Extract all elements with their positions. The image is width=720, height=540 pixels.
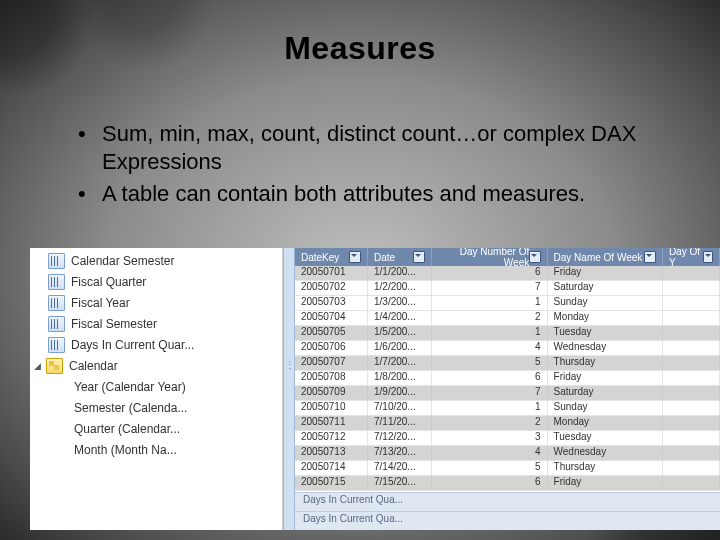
table-cell: [663, 416, 720, 430]
table-cell: 20050709: [295, 386, 368, 400]
grid-body: 200507011/1/200...6Friday200507021/2/200…: [295, 266, 720, 492]
column-icon: [48, 295, 65, 311]
table-cell: Monday: [548, 416, 663, 430]
table-row[interactable]: 200507137/13/20...4Wednesday: [295, 446, 720, 461]
table-row[interactable]: 200507011/1/200...6Friday: [295, 266, 720, 281]
field-item[interactable]: Fiscal Semester: [30, 313, 282, 334]
table-row[interactable]: 200507147/14/20...5Thursday: [295, 461, 720, 476]
bullet-item: A table can contain both attributes and …: [78, 180, 710, 208]
table-cell: Wednesday: [548, 446, 663, 460]
table-cell: Saturday: [548, 281, 663, 295]
table-cell: 4: [432, 341, 547, 355]
column-header[interactable]: DateKey: [295, 248, 368, 266]
hierarchy-level[interactable]: Year (Calendar Year): [30, 376, 282, 397]
table-cell: 1: [432, 296, 547, 310]
table-cell: 1/3/200...: [368, 296, 432, 310]
table-cell: 20050702: [295, 281, 368, 295]
table-cell: 6: [432, 371, 547, 385]
table-row[interactable]: 200507051/5/200...1Tuesday: [295, 326, 720, 341]
table-cell: 1: [432, 401, 547, 415]
table-cell: 1/8/200...: [368, 371, 432, 385]
table-cell: [663, 356, 720, 370]
table-row[interactable]: 200507031/3/200...1Sunday: [295, 296, 720, 311]
table-cell: 20050712: [295, 431, 368, 445]
filter-dropdown-icon[interactable]: [413, 251, 425, 263]
field-list: Calendar SemesterFiscal QuarterFiscal Ye…: [30, 248, 283, 530]
table-cell: 7/14/20...: [368, 461, 432, 475]
table-cell: [663, 446, 720, 460]
field-label: Fiscal Quarter: [71, 275, 146, 289]
column-header[interactable]: Day Name Of Week: [548, 248, 663, 266]
bullet-item: Sum, min, max, count, distinct count…or …: [78, 120, 710, 176]
expand-icon[interactable]: ◢: [34, 361, 44, 371]
field-label: Calendar: [69, 359, 118, 373]
table-cell: 7/15/20...: [368, 476, 432, 490]
table-cell: Tuesday: [548, 326, 663, 340]
screenshot-panel: Calendar SemesterFiscal QuarterFiscal Ye…: [30, 248, 720, 530]
hierarchy-level[interactable]: Semester (Calenda...: [30, 397, 282, 418]
table-cell: Friday: [548, 476, 663, 490]
table-cell: [663, 341, 720, 355]
splitter[interactable]: [283, 248, 295, 530]
hierarchy-icon: [46, 358, 63, 374]
filter-dropdown-icon[interactable]: [703, 251, 713, 263]
table-cell: 20050706: [295, 341, 368, 355]
table-cell: 20050713: [295, 446, 368, 460]
field-item[interactable]: Fiscal Year: [30, 292, 282, 313]
column-header[interactable]: Day Of Y: [663, 248, 720, 266]
table-cell: [663, 266, 720, 280]
hierarchy-level[interactable]: Quarter (Calendar...: [30, 418, 282, 439]
filter-dropdown-icon[interactable]: [529, 251, 540, 263]
table-cell: [663, 386, 720, 400]
table-row[interactable]: 200507157/15/20...6Friday: [295, 476, 720, 491]
table-cell: 1/5/200...: [368, 326, 432, 340]
table-row[interactable]: 200507127/12/20...3Tuesday: [295, 431, 720, 446]
table-cell: 20050714: [295, 461, 368, 475]
calc-area-row[interactable]: Days In Current Qua...: [295, 511, 720, 530]
bullet-list: Sum, min, max, count, distinct count…or …: [78, 120, 710, 212]
column-header[interactable]: Date: [368, 248, 432, 266]
table-cell: 20050710: [295, 401, 368, 415]
table-cell: 6: [432, 476, 547, 490]
table-cell: [663, 311, 720, 325]
column-header[interactable]: Day Number Of Week: [432, 248, 547, 266]
field-item[interactable]: Calendar Semester: [30, 250, 282, 271]
grid-footer: Days In Current Qua...Days In Current Qu…: [295, 492, 720, 530]
table-cell: 1/6/200...: [368, 341, 432, 355]
table-cell: Wednesday: [548, 341, 663, 355]
calc-area-row[interactable]: Days In Current Qua...: [295, 492, 720, 511]
table-cell: 1/7/200...: [368, 356, 432, 370]
table-row[interactable]: 200507071/7/200...5Thursday: [295, 356, 720, 371]
grid-header-row: DateKeyDateDay Number Of WeekDay Name Of…: [295, 248, 720, 266]
table-cell: 1/1/200...: [368, 266, 432, 280]
field-item[interactable]: Days In Current Quar...: [30, 334, 282, 355]
table-row[interactable]: 200507041/4/200...2Monday: [295, 311, 720, 326]
table-cell: Friday: [548, 371, 663, 385]
table-cell: 7/12/20...: [368, 431, 432, 445]
table-row[interactable]: 200507081/8/200...6Friday: [295, 371, 720, 386]
table-row[interactable]: 200507091/9/200...7Saturday: [295, 386, 720, 401]
table-cell: 7/11/20...: [368, 416, 432, 430]
table-cell: 2: [432, 416, 547, 430]
filter-dropdown-icon[interactable]: [349, 251, 361, 263]
filter-dropdown-icon[interactable]: [644, 251, 656, 263]
field-label: Month (Month Na...: [74, 443, 177, 457]
field-item[interactable]: Fiscal Quarter: [30, 271, 282, 292]
table-cell: 20050704: [295, 311, 368, 325]
table-cell: 1: [432, 326, 547, 340]
hierarchy-level[interactable]: Month (Month Na...: [30, 439, 282, 460]
table-row[interactable]: 200507061/6/200...4Wednesday: [295, 341, 720, 356]
table-cell: Thursday: [548, 356, 663, 370]
table-cell: 20050705: [295, 326, 368, 340]
table-cell: [663, 461, 720, 475]
table-cell: Tuesday: [548, 431, 663, 445]
field-label: Quarter (Calendar...: [74, 422, 180, 436]
table-cell: Thursday: [548, 461, 663, 475]
table-cell: 7/10/20...: [368, 401, 432, 415]
table-row[interactable]: 200507021/2/200...7Saturday: [295, 281, 720, 296]
table-row[interactable]: 200507117/11/20...2Monday: [295, 416, 720, 431]
hierarchy-item[interactable]: ◢Calendar: [30, 355, 282, 376]
column-header-label: Day Of Y: [669, 248, 703, 268]
table-row[interactable]: 200507107/10/20...1Sunday: [295, 401, 720, 416]
table-cell: 20050707: [295, 356, 368, 370]
